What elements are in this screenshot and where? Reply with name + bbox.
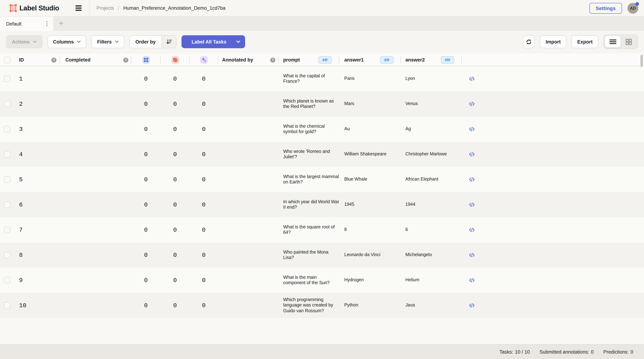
answer1-cell: Au — [339, 117, 401, 142]
refresh-button[interactable] — [523, 35, 535, 48]
help-icon[interactable]: ? — [270, 57, 275, 62]
table-row[interactable]: 4 0 0 0 Who wrote 'Romeo and Juliet'? Wi… — [0, 142, 644, 167]
show-source-code-icon[interactable] — [469, 252, 475, 258]
settings-button[interactable]: Settings — [590, 3, 622, 14]
answer2-cell: Java — [401, 293, 462, 318]
show-source-code-icon[interactable] — [469, 303, 475, 308]
column-header-answer2[interactable]: answer2 str — [401, 54, 462, 66]
source-cell — [462, 268, 644, 293]
filters-button[interactable]: Filters — [92, 35, 124, 48]
chevron-down-icon — [77, 41, 81, 43]
avatar[interactable]: AD — [628, 3, 638, 14]
prompt-cell: What is the capital of France? — [278, 66, 339, 91]
tab-kebab-menu-icon[interactable] — [44, 19, 50, 29]
cancelled-annotations-count-cell: 0 — [161, 66, 190, 91]
column-header-completed[interactable]: Completed ? — [60, 54, 131, 66]
task-id-cell: 8 — [16, 242, 60, 268]
show-source-code-icon[interactable] — [469, 152, 475, 157]
predictions-count-cell: 0 — [190, 91, 218, 117]
status-bar: Tasks:10 / 10 Submitted annotations:0 Pr… — [0, 344, 644, 359]
hamburger-menu-icon[interactable] — [73, 2, 85, 14]
task-id-cell: 9 — [16, 268, 60, 293]
predictions-count-cell: 0 — [190, 242, 218, 268]
grid-view-button[interactable] — [621, 36, 636, 48]
column-header-annotations[interactable] — [131, 54, 161, 66]
vertical-scrollbar-thumb[interactable] — [640, 55, 643, 67]
answer1-cell: 1945 — [339, 192, 401, 217]
answer1-cell: Hydrogen — [339, 268, 401, 293]
source-cell — [462, 167, 644, 192]
predictions-count-cell: 0 — [190, 217, 218, 242]
row-checkbox[interactable] — [4, 302, 10, 309]
predictions-count-cell: 0 — [190, 268, 218, 293]
completed-cell — [60, 167, 131, 192]
annotated-by-cell — [218, 142, 278, 167]
export-button[interactable]: Export — [572, 35, 598, 48]
column-header-cancelled-annotations[interactable] — [161, 54, 190, 66]
annotations-count-cell: 0 — [131, 117, 161, 142]
columns-button[interactable]: Columns — [47, 35, 86, 48]
row-checkbox[interactable] — [4, 151, 10, 158]
show-source-code-icon[interactable] — [469, 278, 475, 283]
table-row[interactable]: 3 0 0 0 What is the chemical symbol for … — [0, 117, 644, 142]
column-header-answer1[interactable]: answer1 str — [339, 54, 401, 66]
table-row[interactable]: 5 0 0 0 What is the largest mammal on Ea… — [0, 167, 644, 192]
show-source-code-icon[interactable] — [469, 202, 475, 207]
completed-cell — [60, 268, 131, 293]
row-checkbox[interactable] — [4, 201, 10, 208]
actions-button[interactable]: Actions — [6, 35, 42, 48]
column-header-annotated-by[interactable]: Annotated by ? — [218, 54, 278, 66]
cancelled-annotations-count-cell: 0 — [161, 268, 190, 293]
table-row[interactable]: 6 0 0 0 In which year did World War II e… — [0, 192, 644, 217]
add-tab-button[interactable]: + — [53, 17, 69, 31]
table-row[interactable]: 10 0 0 0 Which programming language was … — [0, 293, 644, 318]
table-row[interactable]: 1 0 0 0 What is the capital of France? P… — [0, 66, 644, 91]
tab-default[interactable]: Default — [0, 17, 53, 31]
task-table: ID ? Completed ? — [0, 53, 644, 344]
cancelled-annotations-count-cell: 0 — [161, 117, 190, 142]
answer2-cell: Lyon — [401, 66, 462, 91]
row-checkbox[interactable] — [4, 252, 10, 258]
show-source-code-icon[interactable] — [469, 101, 475, 107]
completed-cell — [60, 117, 131, 142]
import-label: Import — [546, 39, 560, 45]
label-studio-logo[interactable]: Label Studio — [0, 4, 59, 12]
row-checkbox[interactable] — [4, 176, 10, 183]
column-header-id[interactable]: ID ? — [16, 54, 60, 66]
annotated-by-cell — [218, 192, 278, 217]
actions-label: Actions — [12, 39, 30, 45]
row-select-cell — [0, 167, 16, 192]
row-checkbox[interactable] — [4, 126, 10, 132]
select-all-checkbox[interactable] — [4, 57, 10, 63]
sort-direction-button[interactable] — [161, 36, 176, 48]
label-all-tasks-button[interactable]: Label All Tasks — [182, 35, 245, 48]
annotated-by-column-label: Annotated by — [222, 57, 253, 63]
table-row[interactable]: 2 0 0 0 Which planet is known as the Red… — [0, 91, 644, 117]
show-source-code-icon[interactable] — [469, 127, 475, 132]
import-button[interactable]: Import — [540, 35, 566, 48]
row-checkbox[interactable] — [4, 101, 10, 107]
table-row[interactable]: 7 0 0 0 What is the square root of 64? 8… — [0, 217, 644, 242]
string-type-badge: str — [380, 56, 394, 64]
source-cell — [462, 217, 644, 242]
help-icon[interactable]: ? — [123, 57, 128, 62]
show-source-code-icon[interactable] — [469, 76, 475, 81]
show-source-code-icon[interactable] — [469, 177, 475, 182]
table-row[interactable]: 8 0 0 0 Who painted the Mona Lisa? Leona… — [0, 242, 644, 268]
answer1-cell: 8 — [339, 217, 401, 242]
breadcrumb-projects-link[interactable]: Projects — [96, 6, 114, 11]
row-checkbox[interactable] — [4, 76, 10, 82]
table-body: 1 0 0 0 What is the capital of France? P… — [0, 66, 644, 318]
source-cell — [462, 117, 644, 142]
order-by-label-button[interactable]: Order by — [130, 36, 162, 48]
column-header-predictions[interactable] — [190, 54, 218, 66]
table-row[interactable]: 9 0 0 0 What is the main component of th… — [0, 268, 644, 293]
list-view-button[interactable] — [605, 36, 621, 48]
column-header-prompt[interactable]: prompt str — [278, 54, 339, 66]
row-checkbox[interactable] — [4, 277, 10, 283]
show-source-code-icon[interactable] — [469, 227, 475, 232]
help-icon[interactable]: ? — [52, 57, 56, 62]
row-checkbox[interactable] — [4, 227, 10, 233]
answer2-cell: 1944 — [401, 192, 462, 217]
source-cell — [462, 192, 644, 217]
